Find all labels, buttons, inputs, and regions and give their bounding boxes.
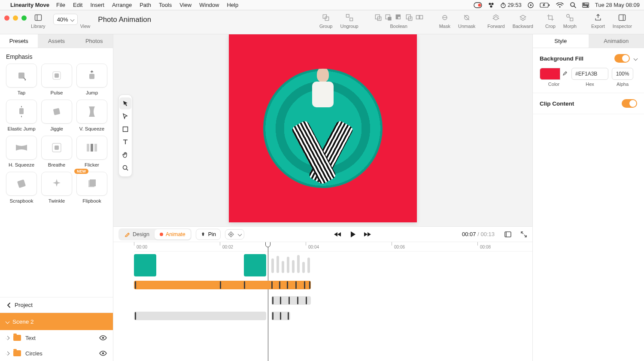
zoom-select[interactable]: 40% — [53, 14, 78, 25]
preset-flicker[interactable]: Flicker — [76, 136, 107, 167]
zoom-tool[interactable] — [119, 162, 131, 174]
hand-tool[interactable] — [119, 149, 131, 161]
fullscreen-icon[interactable] — [520, 231, 527, 238]
maximize-window-button[interactable] — [21, 15, 27, 21]
menu-arrange[interactable]: Arrange — [112, 2, 132, 8]
node-tool[interactable] — [119, 110, 131, 122]
timeline[interactable]: 00:00 00:02 00:04 00:06 00:08 — [113, 242, 532, 361]
artboard[interactable] — [229, 34, 417, 222]
text-tool[interactable] — [119, 136, 131, 148]
preset-twinkle[interactable]: Twinkle — [41, 172, 72, 203]
screenrec-icon[interactable] — [474, 2, 482, 8]
shape-tool[interactable] — [119, 123, 131, 135]
play-button[interactable] — [350, 231, 356, 238]
ungroup-button[interactable]: Ungroup — [340, 13, 358, 29]
menu-path[interactable]: Path — [140, 2, 151, 8]
tab-photos[interactable]: Photos — [75, 34, 113, 48]
clip-track-scene[interactable] — [134, 281, 532, 292]
add-keyframe-button[interactable] — [225, 229, 244, 240]
preset-tap[interactable]: Tap — [6, 64, 37, 95]
visibility-icon[interactable] — [99, 351, 107, 356]
preset-elastic-jump[interactable]: Elastic Jump — [6, 100, 37, 131]
timer-icon[interactable]: 29:53 — [500, 2, 522, 8]
minimize-window-button[interactable] — [13, 15, 18, 21]
backward-button[interactable]: Backward — [513, 13, 533, 29]
export-button[interactable]: Export — [591, 13, 605, 29]
preset-scrapbook[interactable]: Scrapbook — [6, 172, 37, 203]
circles-clip-2[interactable] — [271, 312, 290, 320]
canvas-viewport[interactable] — [113, 34, 532, 226]
clip-track-text[interactable] — [134, 296, 532, 307]
preset-jump[interactable]: Jump — [76, 64, 107, 95]
svg-point-12 — [583, 3, 584, 4]
project-back-button[interactable]: Project — [6, 302, 33, 308]
wifi-icon[interactable] — [556, 3, 564, 8]
spotlight-icon[interactable] — [570, 2, 576, 8]
hex-input[interactable] — [571, 68, 608, 80]
preset-vsqueeze[interactable]: V. Squeeze — [76, 100, 107, 131]
preset-jiggle[interactable]: Jiggle — [41, 100, 72, 131]
menu-view[interactable]: View — [179, 2, 191, 8]
preset-breathe[interactable]: Breathe — [41, 136, 72, 167]
eyedropper-button[interactable] — [560, 68, 568, 80]
text-clip[interactable] — [271, 296, 311, 305]
keyframe-thumb[interactable] — [244, 254, 266, 276]
menu-help[interactable]: Help — [227, 2, 238, 8]
tab-animation[interactable]: Animation — [589, 34, 644, 48]
figma-icon[interactable] — [488, 2, 494, 8]
loop-region-icon[interactable] — [504, 231, 512, 238]
rewind-button[interactable] — [334, 231, 342, 237]
photo-circle[interactable] — [263, 69, 383, 188]
inspector-toggle[interactable]: Inspector — [613, 13, 632, 29]
tab-assets[interactable]: Assets — [38, 34, 76, 48]
menu-window[interactable]: Window — [199, 2, 219, 8]
library-toggle[interactable]: Library — [31, 13, 46, 29]
clipcontent-toggle[interactable] — [622, 99, 637, 108]
app-name[interactable]: Linearity Move — [10, 2, 49, 8]
mask-button[interactable]: Mask — [439, 13, 450, 29]
preset-hsqueeze[interactable]: H. Squeeze — [6, 136, 37, 167]
timeline-ruler[interactable]: 00:00 00:02 00:04 00:06 00:08 — [134, 242, 532, 252]
preset-flipbook[interactable]: NEWFlipbook — [76, 172, 107, 203]
unmask-button[interactable]: Unmask — [458, 13, 475, 29]
menu-file[interactable]: File — [56, 2, 65, 8]
boolean-button[interactable]: Boolean — [374, 13, 424, 29]
morph-button[interactable]: Morph — [563, 13, 577, 29]
animate-mode-button[interactable]: Animate — [155, 229, 191, 240]
section-title-emphasis: Emphasis — [0, 48, 113, 64]
close-window-button[interactable] — [4, 15, 9, 21]
group-button[interactable]: Group — [319, 13, 333, 29]
menu-tools[interactable]: Tools — [159, 2, 172, 8]
battery-icon[interactable] — [540, 3, 550, 8]
circles-clip[interactable] — [134, 312, 266, 320]
menu-edit[interactable]: Edit — [73, 2, 82, 8]
clock[interactable]: Tue 28 May 08:09 — [595, 2, 640, 8]
view-toggle[interactable]: View — [80, 13, 91, 29]
scene-clip[interactable] — [134, 281, 311, 289]
keyframe-thumb[interactable] — [134, 254, 156, 276]
pin-button[interactable]: Pin — [196, 229, 221, 240]
forward-button[interactable] — [364, 231, 372, 237]
svg-rect-16 — [323, 15, 326, 18]
layer-circles[interactable]: Circles — [0, 346, 113, 361]
play-icon[interactable] — [528, 2, 534, 8]
timecode: 00:07 / 00:13 — [462, 231, 495, 237]
tab-presets[interactable]: Presets — [0, 34, 38, 48]
tab-style[interactable]: Style — [533, 34, 589, 48]
bgfill-label: Background Fill — [540, 55, 583, 62]
crop-button[interactable]: Crop — [545, 13, 556, 29]
menu-insert[interactable]: Insert — [90, 2, 104, 8]
clip-track-circles[interactable] — [134, 312, 532, 323]
bgfill-toggle[interactable] — [614, 54, 630, 63]
visibility-icon[interactable] — [99, 335, 107, 340]
preset-pulse[interactable]: Pulse — [41, 64, 72, 95]
design-mode-button[interactable]: Design — [119, 229, 155, 240]
keyframe-track[interactable] — [134, 254, 532, 277]
select-tool[interactable] — [119, 97, 131, 109]
chevron-down-icon[interactable] — [634, 56, 638, 61]
forward-button[interactable]: Forward — [487, 13, 504, 29]
layer-text[interactable]: Text — [0, 330, 113, 346]
controlcenter-icon[interactable] — [582, 3, 589, 8]
scene-header[interactable]: Scene 2 — [0, 313, 113, 330]
alpha-input[interactable] — [612, 68, 633, 80]
